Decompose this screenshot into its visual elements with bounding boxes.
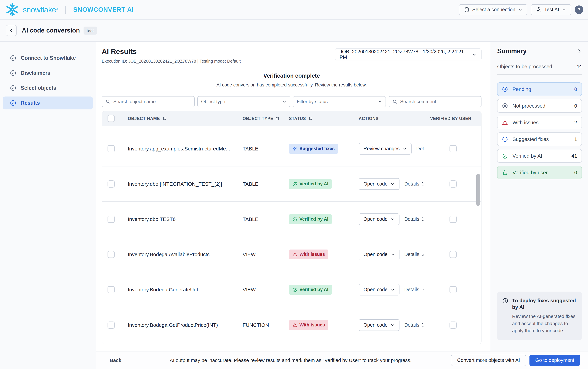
search-object-input[interactable] xyxy=(113,99,191,104)
details-link[interactable]: Details xyxy=(404,322,423,328)
table-row: Inventory.dbo.[INTEGRATION_TEST_(2)] TAB… xyxy=(102,166,481,202)
column-object-name: OBJECT NAME xyxy=(128,116,167,121)
summary-card-label: Verified by AI xyxy=(512,153,542,159)
object-type-label: Object type xyxy=(201,99,225,104)
chevron-left-icon xyxy=(9,28,14,33)
summary-card-icon xyxy=(502,153,508,159)
question-mark-icon: ? xyxy=(578,7,580,13)
convert-more-button[interactable]: Convert more objects with AI xyxy=(451,355,526,366)
column-object-type: OBJECT TYPE xyxy=(243,116,280,121)
row-checkbox[interactable] xyxy=(108,321,115,329)
summary-card-label: Not processed xyxy=(512,103,545,109)
status-badge: With issues xyxy=(289,249,328,259)
table-row: Inventory.Bodega.GetProductPrice(INT) FU… xyxy=(102,308,481,343)
help-button[interactable]: ? xyxy=(575,5,583,14)
flask-icon xyxy=(536,7,542,13)
summary-card-label: With issues xyxy=(512,120,538,125)
summary-card-label: Verified by user xyxy=(512,170,548,175)
select-connection-button[interactable]: Select a connection xyxy=(459,4,527,15)
external-link-icon xyxy=(421,181,423,186)
verification-status: Verification complete AI code conversion… xyxy=(102,72,481,88)
sidebar-item-label: Select objects xyxy=(21,85,56,91)
row-action-button[interactable]: Open code xyxy=(359,284,399,296)
job-selector[interactable]: JOB_20260130202421_2QZ78W78 - 1/30/2026,… xyxy=(335,49,481,61)
sidebar-item[interactable]: Results xyxy=(3,96,93,109)
search-icon xyxy=(392,99,398,104)
row-actions: Open code Details xyxy=(359,214,423,225)
back-link[interactable]: Back xyxy=(110,358,121,363)
table-scrollbar[interactable] xyxy=(476,174,480,206)
row-checkbox[interactable] xyxy=(108,145,115,152)
object-type-dropdown[interactable]: Object type xyxy=(197,96,290,107)
summary-card[interactable]: Not processed 0 xyxy=(497,99,582,113)
test-ai-button[interactable]: Test AI xyxy=(531,4,571,15)
row-checkbox[interactable] xyxy=(108,251,115,258)
row-action-button[interactable]: Open code xyxy=(359,249,399,260)
info-title: To deploy fixes suggested by AI xyxy=(512,297,577,310)
product-name: SNOWCONVERT AI xyxy=(73,6,134,13)
details-link[interactable]: Details xyxy=(404,252,423,257)
sidebar-item[interactable]: Connect to Snowflake xyxy=(3,51,93,64)
sort-icon[interactable] xyxy=(162,116,167,121)
object-type: VIEW xyxy=(243,287,256,293)
row-actions: Open code Details xyxy=(359,284,423,296)
summary-card[interactable]: Verified by user 0 xyxy=(497,166,582,179)
topbar-actions: Select a connection Test AI ? xyxy=(459,4,583,15)
details-link[interactable]: Det xyxy=(416,146,424,152)
row-checkbox[interactable] xyxy=(108,216,115,223)
search-object-field[interactable] xyxy=(102,96,195,107)
verified-by-user-checkbox[interactable] xyxy=(449,180,457,188)
row-actions: Open code Details xyxy=(359,178,423,190)
row-action-button[interactable]: Open code xyxy=(359,214,399,225)
object-type: FUNCTION xyxy=(243,322,269,328)
summary-card-count: 0 xyxy=(574,86,577,92)
summary-panel: Summary Objects to be processed 44 Pendi… xyxy=(490,42,588,351)
footer-message: AI output may be inaccurate. Please revi… xyxy=(170,358,411,363)
verified-by-user-checkbox[interactable] xyxy=(449,286,457,293)
table-row: Inventory.Bodega.GenerateUdf VIEW Verifi… xyxy=(102,272,481,308)
row-action-button[interactable]: Open code xyxy=(359,178,399,190)
sidebar-item[interactable]: Disclaimers xyxy=(3,67,93,80)
sort-icon[interactable] xyxy=(275,116,280,121)
brand: snowflake® SNOWCONVERT AI xyxy=(5,2,134,17)
database-icon xyxy=(464,7,469,13)
clipped-row xyxy=(102,126,481,131)
search-comment-input[interactable] xyxy=(400,99,478,104)
verified-by-user-checkbox[interactable] xyxy=(449,251,457,258)
registered-mark: ® xyxy=(56,7,58,10)
object-type: TABLE xyxy=(243,146,259,152)
object-name: Inventory.Bodega.AvailableProducts xyxy=(128,252,209,257)
summary-card-icon xyxy=(502,86,508,92)
row-action-button[interactable]: Review changes xyxy=(359,143,412,154)
search-icon xyxy=(106,99,110,104)
status-filter-dropdown[interactable]: Filter by status xyxy=(293,96,386,107)
project-badge: test xyxy=(84,27,97,35)
verified-by-user-checkbox[interactable] xyxy=(449,216,457,223)
summary-card[interactable]: Verified by AI 41 xyxy=(497,149,582,163)
chevron-right-icon[interactable] xyxy=(577,49,582,54)
summary-card[interactable]: Suggested fixes 1 xyxy=(497,133,582,146)
select-all-checkbox[interactable] xyxy=(108,115,115,122)
chevron-down-icon xyxy=(391,288,395,292)
sort-icon[interactable] xyxy=(308,116,313,121)
summary-card[interactable]: With issues 2 xyxy=(497,116,582,129)
row-checkbox[interactable] xyxy=(108,286,115,293)
status-badge: Suggested fixes xyxy=(289,144,338,154)
details-link[interactable]: Details xyxy=(404,216,423,222)
table-row: Inventory.Bodega.AvailableProducts VIEW … xyxy=(102,237,481,272)
details-link[interactable]: Details xyxy=(404,181,423,187)
external-link-icon xyxy=(421,217,423,222)
verified-by-user-checkbox[interactable] xyxy=(449,145,457,152)
details-link[interactable]: Details xyxy=(404,287,423,292)
sidebar-item[interactable]: Select objects xyxy=(3,82,93,94)
row-action-button[interactable]: Open code xyxy=(359,319,399,331)
verified-by-user-checkbox[interactable] xyxy=(449,321,457,329)
summary-card[interactable]: Pending 0 xyxy=(497,82,582,96)
row-checkbox[interactable] xyxy=(108,180,115,188)
results-header: AI Results Execution ID: JOB_20260130202… xyxy=(102,48,481,64)
back-button[interactable] xyxy=(6,25,17,36)
row-actions: Open code Details xyxy=(359,249,423,260)
object-type: VIEW xyxy=(243,252,256,257)
go-to-deployment-button[interactable]: Go to deployment xyxy=(529,355,580,366)
search-comment-field[interactable] xyxy=(389,96,481,107)
